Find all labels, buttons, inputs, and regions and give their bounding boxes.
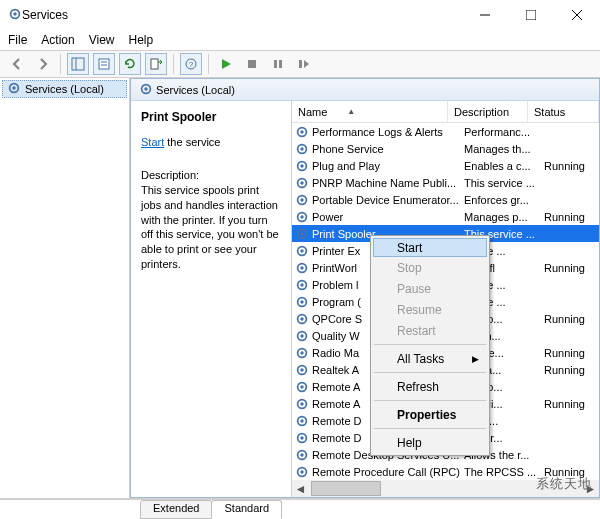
gear-icon	[294, 430, 310, 446]
service-desc: Manages th...	[464, 143, 544, 155]
description-label: Description:	[141, 168, 281, 183]
right-pane-title: Services (Local)	[156, 84, 235, 96]
column-description[interactable]: Description	[448, 101, 528, 122]
service-desc: This service ...	[464, 177, 544, 189]
svg-rect-8	[99, 59, 109, 69]
service-row[interactable]: PNRP Machine Name Publi...This service .…	[292, 174, 599, 191]
svg-marker-14	[222, 59, 231, 69]
gear-icon	[294, 260, 310, 276]
service-status: Running	[544, 398, 597, 410]
svg-rect-17	[279, 60, 282, 68]
start-link[interactable]: Start	[141, 136, 164, 148]
ctx-start[interactable]: Start	[373, 238, 487, 257]
toolbar-separator	[60, 54, 61, 74]
tree-root-label: Services (Local)	[25, 83, 104, 95]
nav-back-button[interactable]	[6, 53, 28, 75]
gear-icon	[139, 82, 153, 98]
pause-service-button[interactable]	[267, 53, 289, 75]
svg-rect-15	[248, 60, 256, 68]
service-row[interactable]: Phone ServiceManages th...	[292, 140, 599, 157]
close-button[interactable]	[554, 0, 600, 30]
gear-icon	[294, 158, 310, 174]
menu-help[interactable]: Help	[129, 33, 154, 47]
tab-extended[interactable]: Extended	[140, 500, 212, 519]
gear-icon	[294, 345, 310, 361]
service-status: Running	[544, 313, 597, 325]
ctx-stop: Stop	[373, 257, 487, 278]
column-name[interactable]: Name▲	[292, 101, 448, 122]
maximize-button[interactable]	[508, 0, 554, 30]
gear-icon	[294, 311, 310, 327]
menu-file[interactable]: File	[8, 33, 27, 47]
svg-point-53	[300, 368, 304, 372]
scroll-left-icon[interactable]: ◄	[292, 480, 309, 497]
service-row[interactable]: Portable Device Enumerator...Enforces gr…	[292, 191, 599, 208]
svg-point-47	[300, 317, 304, 321]
service-suffix: the service	[164, 136, 220, 148]
window-title: Services	[22, 8, 462, 22]
ctx-all-tasks[interactable]: All Tasks▶	[373, 348, 487, 369]
refresh-button[interactable]	[119, 53, 141, 75]
ctx-help[interactable]: Help	[373, 432, 487, 453]
service-name: PNRP Machine Name Publi...	[312, 177, 464, 189]
gear-icon	[294, 294, 310, 310]
stop-service-button[interactable]	[241, 53, 263, 75]
service-name: Plug and Play	[312, 160, 464, 172]
svg-point-63	[300, 453, 304, 457]
toolbar-separator	[173, 54, 174, 74]
svg-point-39	[300, 249, 304, 253]
ctx-properties[interactable]: Properties	[373, 404, 487, 425]
tab-standard[interactable]: Standard	[211, 500, 282, 519]
tree-root-item[interactable]: Services (Local)	[2, 80, 127, 98]
minimize-button[interactable]	[462, 0, 508, 30]
service-desc: Enables a c...	[464, 160, 544, 172]
menu-action[interactable]: Action	[41, 33, 74, 47]
help-button[interactable]: ?	[180, 53, 202, 75]
svg-point-35	[300, 215, 304, 219]
ctx-separator	[374, 344, 486, 345]
service-name: Performance Logs & Alerts	[312, 126, 464, 138]
svg-point-21	[12, 86, 16, 90]
properties-button[interactable]	[93, 53, 115, 75]
gear-icon	[294, 413, 310, 429]
app-icon	[8, 7, 22, 24]
gear-icon	[294, 379, 310, 395]
gear-icon	[294, 464, 310, 480]
service-row[interactable]: Remote Procedure Call (RPC)The RPCSS ...…	[292, 463, 599, 480]
restart-service-button[interactable]	[293, 53, 315, 75]
gear-icon	[294, 362, 310, 378]
gear-icon	[294, 209, 310, 225]
nav-forward-button[interactable]	[32, 53, 54, 75]
menu-view[interactable]: View	[89, 33, 115, 47]
svg-text:?: ?	[189, 60, 194, 69]
svg-point-29	[300, 164, 304, 168]
start-service-button[interactable]	[215, 53, 237, 75]
scroll-thumb[interactable]	[311, 481, 381, 496]
svg-point-51	[300, 351, 304, 355]
svg-point-43	[300, 283, 304, 287]
detail-title: Print Spooler	[141, 109, 281, 125]
show-hide-tree-button[interactable]	[67, 53, 89, 75]
svg-rect-18	[299, 60, 302, 68]
sort-asc-icon: ▲	[347, 107, 355, 116]
service-status: Running	[544, 160, 597, 172]
horizontal-scrollbar[interactable]: ◄ ►	[292, 480, 599, 497]
svg-point-37	[300, 232, 304, 236]
ctx-separator	[374, 400, 486, 401]
service-name: Portable Device Enumerator...	[312, 194, 464, 206]
service-row[interactable]: Performance Logs & AlertsPerformanc...	[292, 123, 599, 140]
ctx-refresh[interactable]: Refresh	[373, 376, 487, 397]
service-row[interactable]: Plug and PlayEnables a c...Running	[292, 157, 599, 174]
service-status: Running	[544, 466, 597, 478]
service-status: Running	[544, 262, 597, 274]
column-status[interactable]: Status	[528, 101, 599, 122]
export-button[interactable]	[145, 53, 167, 75]
svg-point-31	[300, 181, 304, 185]
scroll-right-icon[interactable]: ►	[582, 480, 599, 497]
detail-pane: Print Spooler Start the service Descript…	[131, 101, 291, 497]
service-row[interactable]: PowerManages p...Running	[292, 208, 599, 225]
gear-icon	[294, 243, 310, 259]
svg-point-27	[300, 147, 304, 151]
svg-point-45	[300, 300, 304, 304]
context-menu: Start Stop Pause Resume Restart All Task…	[370, 235, 490, 456]
